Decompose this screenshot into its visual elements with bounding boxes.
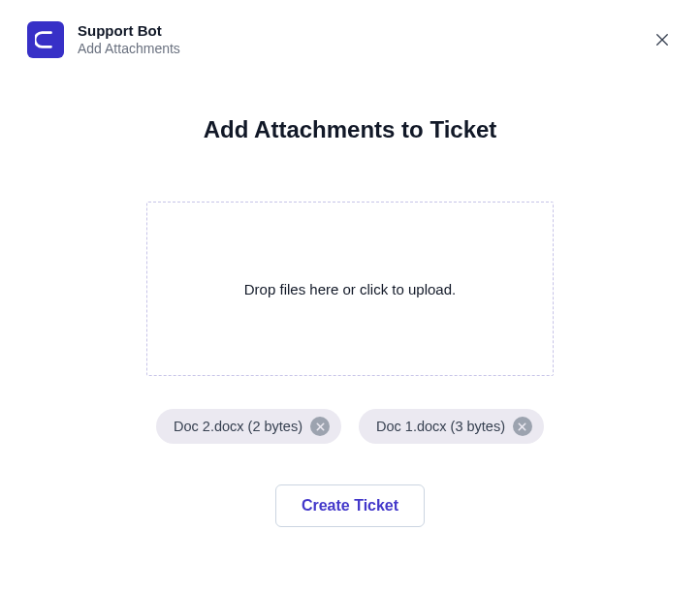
dialog-header: Support Bot Add Attachments (0, 0, 700, 68)
create-ticket-button[interactable]: Create Ticket (275, 484, 425, 527)
remove-attachment-button[interactable] (513, 417, 532, 436)
attachment-label: Doc 2.docx (2 bytes) (174, 419, 302, 434)
remove-icon (315, 421, 326, 432)
file-dropzone[interactable]: Drop files here or click to upload. (146, 202, 554, 376)
attachment-label: Doc 1.docx (3 bytes) (376, 419, 505, 434)
support-bot-icon (35, 29, 56, 50)
remove-icon (517, 421, 527, 432)
attachment-chip: Doc 1.docx (3 bytes) (359, 409, 544, 444)
header-subtitle: Add Attachments (78, 41, 180, 58)
remove-attachment-button[interactable] (310, 417, 330, 436)
attachment-chips: Doc 2.docx (2 bytes) Doc 1.docx (3 bytes… (78, 409, 622, 444)
page-title: Add Attachments to Ticket (78, 116, 622, 143)
header-left: Support Bot Add Attachments (27, 21, 180, 58)
header-titles: Support Bot Add Attachments (78, 22, 180, 57)
app-icon (27, 21, 64, 58)
attachment-chip: Doc 2.docx (2 bytes) (156, 409, 341, 444)
header-title: Support Bot (78, 22, 180, 41)
close-button[interactable] (650, 27, 675, 52)
dropzone-text: Drop files here or click to upload. (244, 281, 456, 297)
main-content: Add Attachments to Ticket Drop files her… (0, 68, 700, 527)
close-icon (653, 31, 671, 48)
